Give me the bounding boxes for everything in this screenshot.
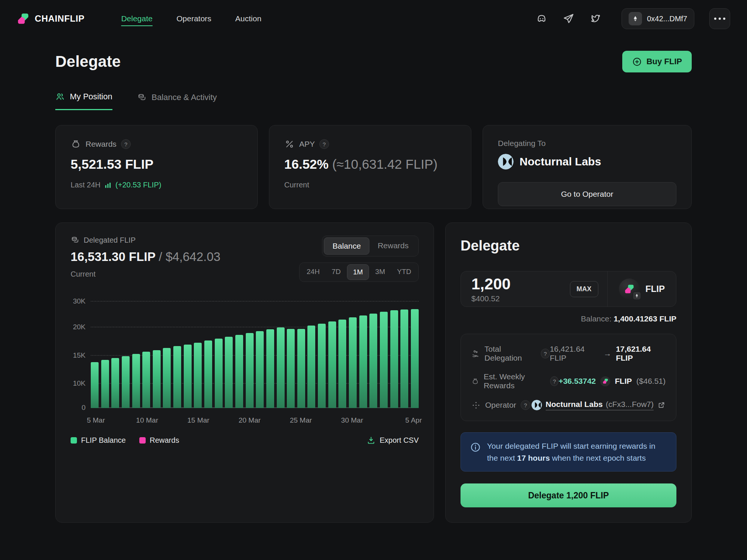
chart-bar[interactable]	[111, 358, 119, 408]
chart-bar[interactable]	[204, 340, 212, 408]
brand[interactable]: CHAINFLIP	[17, 12, 84, 25]
more-menu-button[interactable]	[709, 8, 730, 29]
rewards-token: FLIP	[615, 377, 632, 386]
max-button[interactable]: MAX	[570, 281, 598, 297]
rewards-amount: +36.53742	[558, 377, 596, 386]
chart-bar[interactable]	[142, 352, 150, 408]
help-icon[interactable]: ?	[541, 349, 550, 358]
wallet-button[interactable]: 0x42...DMf7	[622, 8, 694, 29]
x-axis-label: 15 Mar	[187, 416, 210, 424]
legend-swatch-green	[71, 437, 77, 444]
chart-bar[interactable]	[307, 326, 315, 408]
nav-link-operators[interactable]: Operators	[176, 14, 211, 23]
token-label: FLIP	[645, 284, 665, 294]
buy-flip-label: Buy FLIP	[647, 57, 682, 66]
page: Delegate Buy FLIP My Position Balance & …	[0, 51, 747, 523]
chart-bar[interactable]	[338, 320, 346, 408]
series-toggle: Balance Rewards	[322, 236, 419, 256]
nav-link-delegate[interactable]: Delegate	[121, 14, 152, 23]
chart-bar[interactable]	[359, 315, 367, 408]
chart-bar[interactable]	[349, 317, 357, 408]
chart-bar[interactable]	[246, 333, 254, 408]
operator-link-address: (cFx3...Fow7)	[606, 400, 654, 409]
tab-my-position[interactable]: My Position	[55, 92, 112, 110]
range-1m[interactable]: 1M	[347, 264, 369, 280]
apy-card-header: APY ?	[284, 139, 456, 149]
export-csv-label: Export CSV	[380, 436, 419, 445]
coins-icon	[137, 93, 147, 102]
range-24h[interactable]: 24H	[301, 264, 325, 280]
delegate-panel-title: Delegate	[461, 238, 676, 254]
chart-bar[interactable]	[215, 339, 223, 408]
token-selector[interactable]: FLIP	[608, 279, 676, 299]
chart-bar[interactable]	[194, 343, 202, 408]
amount-usd-value: $400.52	[471, 294, 546, 303]
chart-bar[interactable]	[328, 321, 336, 408]
chart-bar[interactable]	[184, 345, 192, 408]
twitter-icon[interactable]	[589, 13, 601, 25]
toggle-rewards[interactable]: Rewards	[369, 237, 417, 255]
chart-bar[interactable]	[225, 337, 233, 408]
external-link-icon	[657, 401, 666, 409]
toggle-balance[interactable]: Balance	[324, 237, 369, 255]
y-axis-label: 15K	[73, 351, 86, 360]
chart-bar[interactable]	[400, 309, 408, 408]
amount-input[interactable]	[471, 275, 546, 293]
chart-bar[interactable]	[266, 329, 274, 408]
chart-bar[interactable]	[132, 354, 140, 408]
chart-bar[interactable]	[380, 312, 388, 408]
chart-bar[interactable]	[318, 324, 326, 408]
chart-controls: Balance Rewards 24H 7D 1M 3M YTD	[299, 236, 419, 282]
legend-rewards: Rewards	[139, 436, 179, 445]
chart-legend: FLIP Balance Rewards	[71, 436, 179, 445]
telegram-icon[interactable]	[562, 13, 574, 25]
nav-right: 0x42...DMf7	[536, 8, 730, 29]
chart-bar[interactable]	[390, 310, 398, 408]
chart-value: 16,531.30 FLIP	[71, 250, 155, 264]
delegate-submit-button[interactable]: Delegate 1,200 FLIP	[461, 483, 676, 507]
tabs: My Position Balance & Activity	[55, 92, 692, 110]
chart-bar[interactable]	[173, 346, 181, 408]
chart-bar[interactable]	[235, 335, 243, 408]
discord-icon[interactable]	[536, 13, 548, 25]
help-icon[interactable]: ?	[319, 139, 329, 149]
chart-bar[interactable]	[369, 314, 377, 408]
tab-balance-activity[interactable]: Balance & Activity	[137, 92, 217, 110]
chart-bar[interactable]	[153, 350, 161, 408]
notice-text-after: when the next epoch starts	[550, 454, 646, 462]
chart-bar[interactable]	[277, 327, 285, 408]
wallet-address: 0x42...DMf7	[647, 15, 687, 23]
range-3m[interactable]: 3M	[370, 264, 391, 280]
x-axis: 5 Mar10 Mar15 Mar20 Mar25 Mar30 Mar5 Apr	[91, 408, 419, 427]
chart-bar[interactable]	[122, 356, 130, 408]
y-axis-label: 30K	[73, 297, 86, 305]
chart-value-row: 16,531.30 FLIP / $4,642.03	[71, 250, 220, 264]
range-7d[interactable]: 7D	[326, 264, 346, 280]
nav-link-auction[interactable]: Auction	[235, 14, 261, 23]
chart-label: Delegated FLIP	[84, 236, 136, 245]
chart-bar[interactable]	[411, 309, 419, 408]
export-csv-button[interactable]: Export CSV	[366, 436, 419, 445]
chart-bar[interactable]	[101, 360, 109, 408]
go-to-operator-button[interactable]: Go to Operator	[498, 182, 676, 206]
chart-bar[interactable]	[297, 329, 305, 408]
help-icon[interactable]: ?	[550, 376, 558, 386]
help-icon[interactable]: ?	[521, 400, 530, 410]
chart-bar[interactable]	[256, 331, 264, 408]
legend-swatch-pink	[139, 437, 146, 444]
help-icon[interactable]: ?	[121, 139, 131, 149]
x-axis-label: 5 Apr	[405, 416, 422, 424]
delegate-panel: Delegate $400.52 MAX	[445, 223, 692, 523]
range-ytd[interactable]: YTD	[391, 264, 417, 280]
rewards-value: 5,521.53 FLIP	[71, 157, 242, 172]
buy-flip-button[interactable]: Buy FLIP	[622, 51, 692, 72]
chart-bar[interactable]	[91, 362, 99, 408]
percent-icon	[284, 139, 295, 149]
tab-label: Balance & Activity	[152, 93, 217, 102]
chart-bar[interactable]	[287, 329, 295, 408]
operator-link[interactable]: Nocturnal Labs (cFx3...Fow7)	[531, 400, 666, 410]
arrow-right-icon: →	[604, 349, 611, 358]
dot	[714, 18, 716, 20]
balance-value: 1,400.41263 FLIP	[614, 314, 676, 323]
chart-bar[interactable]	[163, 348, 171, 408]
